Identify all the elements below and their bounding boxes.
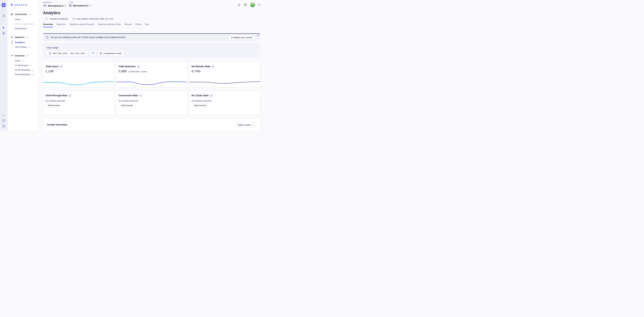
nav-header-configure[interactable]: CONFIGURE	[10, 13, 38, 16]
sidebar-item-dictionaries[interactable]: Dictionaries	[15, 26, 38, 31]
index-selector[interactable]: Index docusaurus-2	[69, 1, 91, 7]
star-icon[interactable]: ☆	[28, 46, 30, 48]
star-icon[interactable]: ☆	[31, 69, 34, 71]
info-icon[interactable]	[139, 94, 142, 97]
app-switcher-stopwatch-icon[interactable]	[2, 3, 6, 7]
filter-funnel-icon	[92, 52, 94, 54]
card-title: Click-through Rate	[46, 94, 68, 97]
tab-filters[interactable]: Filters	[136, 23, 141, 27]
rail-data-button[interactable]	[1, 118, 6, 123]
sidebar-item-rules[interactable]: Rules☆	[15, 58, 38, 63]
no-results-rate-sparkline	[189, 78, 260, 86]
tab-searches[interactable]: Searches	[56, 23, 66, 27]
rail-home-button[interactable]	[1, 13, 6, 18]
rail-search-button-active[interactable]	[1, 26, 6, 30]
include-replicas-toggle[interactable]: ×	[43, 18, 48, 20]
card-title: Total Users	[46, 65, 59, 68]
rail-recommend-button[interactable]	[1, 31, 6, 36]
nav-header-label: ENHANCE	[15, 55, 25, 57]
tab-results[interactable]: Results	[124, 23, 132, 27]
date-range-button[interactable]: Nov 11th, 2021 Nov 17th, 2021	[47, 51, 88, 56]
configure-events-button[interactable]: Configure your events	[229, 35, 255, 40]
tab-label: Searches	[56, 23, 66, 26]
filter-button[interactable]	[90, 51, 96, 56]
banner-close-icon[interactable]: ×	[257, 34, 259, 37]
card-conversion-rate: Conversion Rate No tracked searches Send…	[116, 90, 187, 116]
sidebar-item-analytics[interactable]: Analytics	[15, 40, 38, 44]
nav-header-label: OBSERVE	[15, 36, 25, 38]
rail-usage-button[interactable]	[1, 113, 6, 117]
tab-geo[interactable]: Geo	[145, 23, 149, 27]
sidebar-item-personalization[interactable]: Personalization☆	[15, 72, 38, 77]
info-icon[interactable]	[69, 94, 71, 97]
send-events-button[interactable]: Send events	[118, 103, 136, 108]
sidebar-item-label: Dictionaries	[15, 27, 27, 30]
info-icon[interactable]	[60, 65, 62, 68]
date-range-end: Nov 17th, 2021	[70, 52, 85, 54]
info-icon[interactable]	[210, 94, 213, 97]
sidebar-item-ab-testing[interactable]: A/B Testing☆	[15, 44, 38, 49]
home-icon	[2, 14, 5, 17]
comparison-mode-button[interactable]: Comparison mode	[97, 51, 124, 56]
nav-section-observe: OBSERVE Analytics A/B Testing☆	[10, 36, 38, 49]
search-logo-icon	[10, 4, 13, 6]
nav-header-observe[interactable]: OBSERVE	[10, 36, 38, 38]
index-value: docusaurus-2	[73, 4, 88, 7]
select-arrows-icon	[90, 4, 91, 7]
application-badge: D2	[43, 4, 47, 7]
page-title: Analytics	[43, 11, 260, 15]
sidebar-item-ai-re-ranking[interactable]: AI Re-Ranking☆	[15, 68, 38, 72]
sidebar-item-label: AI Synonyms	[15, 64, 28, 66]
lightbulb-bolt-icon	[2, 32, 5, 35]
info-icon[interactable]	[212, 65, 214, 68]
chevron-down-icon	[252, 124, 254, 126]
activity-icon	[10, 36, 13, 38]
tab-searches-without-clicks[interactable]: Searches without Clicks	[98, 23, 121, 27]
date-range-label: Date range	[47, 46, 260, 49]
sidebar-item-index[interactable]: Index	[15, 17, 38, 22]
gear-icon	[2, 125, 5, 128]
tab-label: Geo	[145, 23, 149, 26]
search-logo[interactable]: SEARCH	[8, 0, 38, 6]
send-events-button[interactable]: Send events	[192, 103, 208, 108]
sidebar-item-ai-synonyms[interactable]: AI Synonyms☆	[15, 63, 38, 68]
card-total-users: Total Users 1,148	[43, 62, 114, 88]
star-icon[interactable]: ☆	[30, 64, 32, 66]
sidebar-item-label: Analytics	[15, 41, 25, 44]
comparison-mode-label: Comparison mode	[104, 52, 121, 54]
index-icon	[69, 4, 72, 7]
rail-settings-button[interactable]	[1, 124, 6, 128]
sidebar-item-query-suggestions[interactable]: Query Suggestions	[15, 22, 38, 26]
help-button[interactable]	[244, 3, 247, 6]
tab-label: Results	[124, 23, 132, 26]
select-arrows-icon	[64, 4, 66, 7]
icon-rail	[0, 0, 8, 130]
star-icon[interactable]: ☆	[32, 73, 34, 76]
card-title: Total Searches	[118, 65, 136, 68]
bar-chart-icon	[2, 114, 5, 116]
send-events-button[interactable]: Send events	[46, 103, 62, 108]
kpi-cards-row: Total Users 1,148 Total Searches	[43, 62, 260, 88]
info-icon[interactable]	[137, 65, 140, 68]
nav-header-enhance[interactable]: ENHANCE	[10, 54, 38, 57]
select-series-button[interactable]: Select series	[236, 122, 256, 128]
banner-message: You are not sending events yet. Check ho…	[50, 36, 126, 38]
card-no-clicks-rate: No Clicks Rate No tracked searches Send …	[189, 90, 260, 116]
nav-section-enhance: ENHANCE Rules☆ AI Synonyms☆ AI Re-Rankin…	[10, 54, 38, 77]
user-avatar[interactable]	[250, 2, 255, 7]
application-selector[interactable]: Application D2 docusaurus-2	[43, 1, 66, 7]
star-icon[interactable]: ☆	[22, 60, 24, 62]
account-menu-button[interactable]	[258, 4, 260, 6]
last-update-text: Last update: November 18th, at 17:05	[76, 18, 113, 20]
chevron-down-icon	[27, 55, 28, 56]
tab-overview[interactable]: Overview	[43, 23, 53, 27]
card-title: Conversion Rate	[118, 94, 138, 97]
tab-searches-without-results[interactable]: Searches without Results	[69, 23, 94, 27]
chevron-down-icon	[27, 37, 28, 38]
toggle-off-x-icon: ×	[47, 18, 48, 20]
calendar-icon	[49, 52, 52, 54]
events-banner: You are not sending events yet. Check ho…	[43, 33, 260, 41]
sidebar: SEARCH CONFIGURE Index	[8, 0, 38, 130]
chevron-down-icon	[29, 14, 31, 15]
notifications-button[interactable]	[238, 4, 240, 6]
